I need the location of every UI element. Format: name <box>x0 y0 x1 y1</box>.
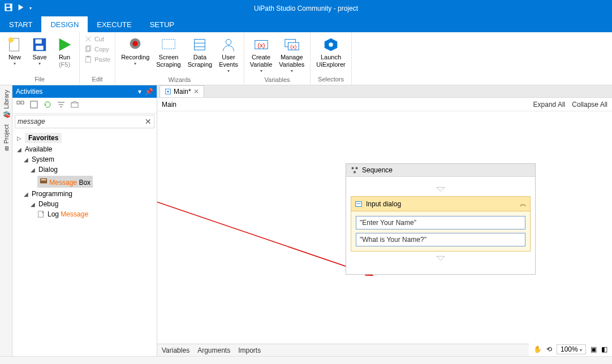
drop-target-bottom[interactable] <box>351 252 531 265</box>
paste-button[interactable]: Paste <box>83 55 111 64</box>
user-events-icon <box>219 36 238 54</box>
new-button[interactable]: New▾ <box>3 34 26 68</box>
svg-rect-30 <box>21 101 24 104</box>
imports-tab[interactable]: Imports <box>238 346 261 354</box>
breadcrumb-main[interactable]: Main <box>162 101 176 109</box>
collapse-all-icon[interactable] <box>29 100 38 111</box>
collapse-icon[interactable]: ︽ <box>520 199 527 209</box>
doc-tab-main[interactable]: Main* ✕ <box>160 85 204 97</box>
tab-design[interactable]: DESIGN <box>41 16 88 32</box>
manage-variables-icon: (x) <box>283 36 301 54</box>
activities-tree: ▷Favorites ◢Available ◢System ◢Dialog Me… <box>12 129 157 356</box>
fit-to-screen-icon[interactable]: ▣ <box>591 345 597 353</box>
log-message-node[interactable]: Log Message <box>14 209 156 219</box>
new-file-icon <box>6 36 24 54</box>
recording-icon <box>126 36 144 54</box>
activities-search[interactable]: ✕ <box>15 115 154 128</box>
svg-rect-48 <box>354 171 356 174</box>
package-icon[interactable] <box>70 100 79 111</box>
refresh-icon[interactable] <box>43 100 52 111</box>
svg-rect-39 <box>40 179 47 184</box>
panel-menu-icon[interactable]: ▾ <box>138 88 141 96</box>
system-node[interactable]: ◢System <box>14 154 156 164</box>
tab-start[interactable]: START <box>0 16 41 32</box>
sequence-container[interactable]: Sequence Input dialog ︽ "Enter <box>346 163 536 275</box>
data-scraping-icon <box>191 36 209 54</box>
dialog-node[interactable]: ◢Dialog <box>14 164 156 175</box>
ribbon-group-selectors-label: Selectors <box>318 75 344 84</box>
svg-marker-49 <box>437 187 445 191</box>
cut-button[interactable]: Cut <box>83 34 111 44</box>
favorites-node[interactable]: ▷Favorites <box>14 132 156 144</box>
create-variable-button[interactable]: (x)Create Variable▾ <box>248 34 275 75</box>
designer-canvas[interactable]: Sequence Input dialog ︽ "Enter <box>157 111 612 344</box>
user-events-button[interactable]: User Events▾ <box>217 34 240 75</box>
window-title: UiPath Studio Community - project <box>254 5 358 12</box>
overview-icon[interactable]: ◧ <box>601 345 607 353</box>
document-tabs: Main* ✕ <box>157 85 612 98</box>
expand-all-link[interactable]: Expand All <box>533 101 566 109</box>
svg-rect-17 <box>162 40 175 49</box>
svg-rect-8 <box>36 40 42 44</box>
ribbon-group-wizards-label: Wizards <box>169 75 191 84</box>
reset-zoom-icon[interactable]: ⟲ <box>546 345 552 353</box>
svg-rect-31 <box>31 101 37 108</box>
svg-rect-50 <box>356 201 362 206</box>
svg-marker-32 <box>45 105 46 106</box>
sequence-header[interactable]: Sequence <box>346 164 535 177</box>
expand-all-icon[interactable] <box>16 100 25 111</box>
designer: Main* ✕ Main Expand All Collapse All Seq… <box>157 85 612 356</box>
pan-icon[interactable]: ✋ <box>533 345 542 353</box>
ribbon-group-edit-label: Edit <box>92 75 103 84</box>
save-icon[interactable] <box>5 3 12 13</box>
run-button[interactable]: Run (F5) <box>53 34 76 70</box>
available-node[interactable]: ◢Available <box>14 144 156 154</box>
svg-rect-46 <box>352 167 354 170</box>
svg-rect-47 <box>356 167 358 170</box>
programming-node[interactable]: ◢Programming <box>14 189 156 199</box>
qat-dropdown-icon[interactable]: ▾ <box>29 6 32 11</box>
ribbon-tabs: START DESIGN EXECUTE SETUP <box>0 16 612 32</box>
breadcrumb: Main Expand All Collapse All <box>157 98 612 111</box>
tab-execute[interactable]: EXECUTE <box>88 16 140 32</box>
svg-marker-10 <box>59 38 71 51</box>
svg-rect-14 <box>87 56 89 58</box>
run-play-icon <box>55 36 74 54</box>
activities-toolbar <box>12 98 157 114</box>
save-button[interactable]: Save▾ <box>28 34 51 68</box>
zoom-level[interactable]: 100% ▾ <box>557 344 586 354</box>
ribbon-group-file-label: File <box>35 75 45 84</box>
screen-scraping-button[interactable]: Screen Scraping <box>154 34 183 70</box>
recording-button[interactable]: Recording▾ <box>119 34 152 68</box>
svg-rect-9 <box>36 46 43 50</box>
activities-header: Activities ▾ 📌 <box>12 85 157 98</box>
workflow-icon <box>165 88 171 95</box>
svg-rect-18 <box>195 40 205 50</box>
message-box-node[interactable]: Message Box <box>14 175 156 189</box>
library-rail-tab[interactable]: 📚Library <box>2 88 10 121</box>
project-rail-tab[interactable]: 🗎Project <box>3 122 10 154</box>
filter-icon[interactable] <box>57 100 66 111</box>
collapse-all-link[interactable]: Collapse All <box>572 101 607 109</box>
screen-scraping-icon <box>160 36 178 54</box>
svg-line-45 <box>157 190 372 275</box>
arguments-tab[interactable]: Arguments <box>197 346 230 354</box>
manage-variables-button[interactable]: (x)Manage Variables▾ <box>277 34 307 75</box>
copy-button[interactable]: Copy <box>83 45 111 54</box>
input-dialog-activity[interactable]: Input dialog ︽ "Enter Your Name" "What i… <box>351 196 531 252</box>
data-scraping-button[interactable]: Data Scraping <box>186 34 214 70</box>
input-dialog-icon <box>355 200 363 208</box>
svg-point-6 <box>8 37 14 42</box>
input-dialog-label-field[interactable]: "What is Your Name?" <box>356 233 525 246</box>
variables-tab[interactable]: Variables <box>162 346 189 354</box>
clear-search-icon[interactable]: ✕ <box>145 117 152 126</box>
launch-uiexplorer-button[interactable]: Launch UiExplorer <box>314 34 347 70</box>
tab-setup[interactable]: SETUP <box>141 16 183 32</box>
play-icon[interactable] <box>17 3 25 13</box>
doc-tab-close-icon[interactable]: ✕ <box>193 88 199 96</box>
drop-target-top[interactable] <box>351 183 531 196</box>
search-input[interactable] <box>18 118 145 125</box>
input-dialog-title-field[interactable]: "Enter Your Name" <box>356 216 525 229</box>
panel-pin-icon[interactable]: 📌 <box>145 88 153 96</box>
debug-node[interactable]: ◢Debug <box>14 199 156 209</box>
